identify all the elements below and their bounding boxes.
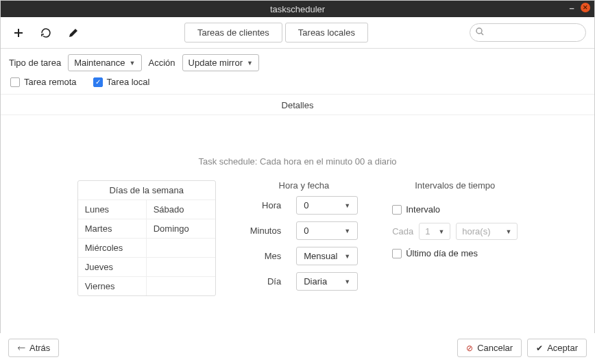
chevron-down-icon: ▼ bbox=[505, 228, 511, 235]
task-type-dropdown[interactable]: Maintenance ▼ bbox=[68, 54, 141, 71]
hour-select[interactable]: 0▼ bbox=[296, 196, 358, 215]
tab-client-tasks[interactable]: Tareas de clientes bbox=[184, 23, 282, 43]
checkbox-unchecked-icon bbox=[10, 77, 20, 87]
month-label: Mes bbox=[250, 251, 284, 261]
details-header: Detalles bbox=[1, 94, 594, 115]
task-type-value: Maintenance bbox=[74, 58, 125, 68]
chevron-down-icon: ▼ bbox=[247, 60, 253, 66]
day-empty bbox=[147, 276, 215, 295]
accept-label: Aceptar bbox=[547, 343, 578, 353]
remote-task-label: Tarea remota bbox=[24, 77, 77, 87]
checkbox-unchecked-icon bbox=[392, 205, 402, 215]
month-select[interactable]: Mensual▼ bbox=[296, 247, 358, 265]
action-label: Acción bbox=[149, 58, 175, 68]
day-jueves[interactable]: Jueves bbox=[78, 257, 147, 276]
check-icon: ✔ bbox=[536, 343, 543, 353]
action-value: Update mirror bbox=[189, 58, 243, 68]
arrow-left-icon: 🡐 bbox=[17, 343, 25, 353]
day-miercoles[interactable]: Miércoles bbox=[78, 238, 147, 257]
svg-point-0 bbox=[476, 28, 482, 34]
interval-checkbox[interactable]: Intervalo bbox=[392, 204, 518, 215]
local-task-checkbox[interactable]: ✓ Tarea local bbox=[93, 77, 150, 87]
day-empty bbox=[147, 238, 215, 257]
task-type-label: Tipo de tarea bbox=[9, 58, 61, 68]
minute-select[interactable]: 0▼ bbox=[296, 221, 358, 240]
remote-task-checkbox[interactable]: Tarea remota bbox=[10, 77, 77, 87]
day-sabado[interactable]: Sábado bbox=[147, 199, 215, 219]
back-label: Atrás bbox=[29, 343, 50, 353]
intervals-column: Intervalos de tiempo Intervalo Cada 1▼ h… bbox=[392, 180, 518, 258]
close-icon[interactable]: ✕ bbox=[581, 3, 590, 12]
edit-icon[interactable] bbox=[64, 23, 83, 43]
window-title: taskscheduler bbox=[270, 4, 325, 14]
search-icon bbox=[476, 27, 484, 38]
last-day-label: Último día de mes bbox=[406, 248, 478, 258]
each-unit-select[interactable]: hora(s)▼ bbox=[456, 223, 518, 240]
days-column: Días de la semana Lunes Sábado Martes Do… bbox=[77, 180, 216, 296]
interval-each-row: Cada 1▼ hora(s)▼ bbox=[392, 223, 518, 240]
each-value-select[interactable]: 1▼ bbox=[419, 223, 450, 240]
chevron-down-icon: ▼ bbox=[344, 202, 350, 209]
chevron-down-icon: ▼ bbox=[344, 278, 350, 285]
chevron-down-icon: ▼ bbox=[438, 228, 444, 235]
day-viernes[interactable]: Viernes bbox=[78, 276, 147, 295]
chevron-down-icon: ▼ bbox=[344, 253, 350, 260]
refresh-icon[interactable] bbox=[36, 23, 56, 43]
search-input[interactable] bbox=[470, 23, 586, 42]
minute-label: Minutos bbox=[250, 226, 284, 236]
intervals-title: Intervalos de tiempo bbox=[392, 180, 518, 191]
cancel-button[interactable]: ⊘ Cancelar bbox=[457, 339, 522, 357]
day-martes[interactable]: Martes bbox=[78, 219, 147, 238]
day-label: Día bbox=[250, 276, 284, 287]
chevron-down-icon: ▼ bbox=[344, 228, 350, 234]
schedule-description: Task schedule: Cada hora en el minuto 00… bbox=[1, 115, 594, 180]
cancel-icon: ⊘ bbox=[466, 343, 473, 353]
checkbox-checked-icon: ✓ bbox=[93, 77, 103, 87]
day-select[interactable]: Diaria▼ bbox=[296, 272, 358, 291]
footer: 🡐 Atrás ⊘ Cancelar ✔ Aceptar bbox=[0, 333, 595, 364]
hour-label: Hora bbox=[250, 200, 284, 210]
add-icon[interactable] bbox=[9, 23, 28, 43]
back-button[interactable]: 🡐 Atrás bbox=[8, 339, 59, 357]
accept-button[interactable]: ✔ Aceptar bbox=[527, 339, 587, 357]
hourdate-title: Hora y fecha bbox=[250, 180, 359, 191]
hourdate-column: Hora y fecha Hora 0▼ Minutos 0▼ Mes Mens… bbox=[250, 180, 359, 291]
each-label: Cada bbox=[392, 226, 413, 236]
tab-local-tasks[interactable]: Tareas locales bbox=[285, 23, 368, 43]
last-day-checkbox[interactable]: Último día de mes bbox=[392, 248, 518, 258]
main-toolbar: Tareas de clientes Tareas locales bbox=[1, 17, 594, 49]
interval-label: Intervalo bbox=[406, 204, 440, 215]
day-domingo[interactable]: Domingo bbox=[147, 219, 215, 238]
cancel-label: Cancelar bbox=[477, 343, 513, 353]
action-dropdown[interactable]: Update mirror ▼ bbox=[182, 54, 259, 71]
chevron-down-icon: ▼ bbox=[130, 60, 136, 66]
day-lunes[interactable]: Lunes bbox=[78, 199, 147, 219]
local-task-label: Tarea local bbox=[107, 77, 150, 87]
checkbox-unchecked-icon bbox=[392, 249, 402, 258]
minimize-icon[interactable]: – bbox=[567, 3, 576, 12]
window-titlebar: taskscheduler – ✕ bbox=[1, 1, 594, 17]
days-title: Días de la semana bbox=[78, 181, 215, 199]
day-empty bbox=[147, 257, 215, 276]
